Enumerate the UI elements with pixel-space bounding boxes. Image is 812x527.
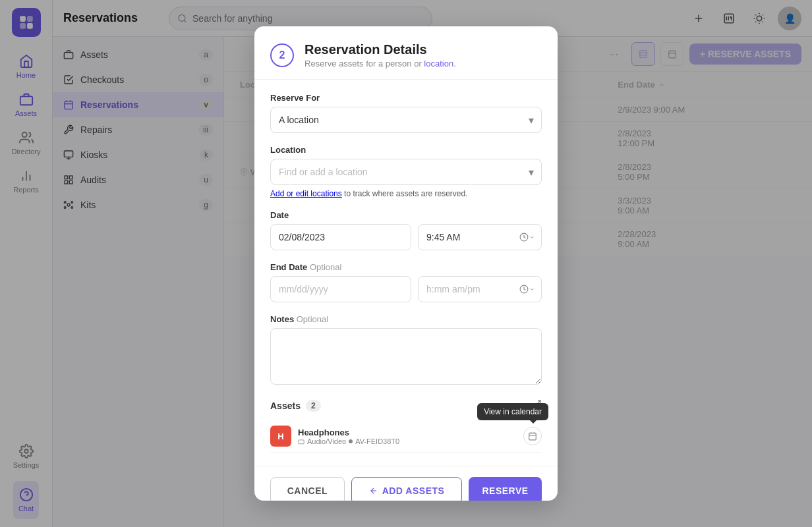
clock-icon (519, 233, 535, 242)
view-in-calendar-button[interactable] (523, 427, 542, 445)
location-group: Location ▾ Add or edit locations to trac… (270, 145, 542, 198)
svg-rect-58 (299, 439, 304, 443)
modal-header: 2 Reservation Details Reserve assets for… (254, 26, 558, 80)
location-select-wrapper: ▾ (270, 159, 542, 185)
cancel-button[interactable]: CANCEL (270, 477, 345, 501)
asset-info: Headphones Audio/Video AV-FEID38T0 (298, 428, 517, 445)
reserve-for-group: Reserve For A person A location ▾ (270, 93, 542, 133)
time-wrapper (418, 224, 542, 250)
notes-textarea[interactable] (270, 328, 542, 385)
modal-footer: CANCEL ADD ASSETS RESERVE (254, 466, 558, 501)
date-input[interactable] (270, 224, 411, 250)
step-badge: 2 (270, 43, 294, 67)
modal-subtitle-link[interactable]: location (424, 59, 453, 69)
asset-id: AV-FEID38T0 (355, 437, 399, 445)
end-date-row (270, 276, 542, 302)
view-calendar-tooltip: View in calendar (477, 403, 548, 420)
asset-category: Audio/Video (307, 437, 346, 445)
reservation-details-modal: 2 Reservation Details Reserve assets for… (254, 26, 558, 501)
modal-subtitle: Reserve assets for a person or location. (304, 59, 456, 69)
asset-item-headphones: H Headphones Audio/Video AV-FEID38T0 (270, 420, 542, 453)
dot-separator (349, 439, 353, 443)
asset-meta: Audio/Video AV-FEID38T0 (298, 437, 517, 445)
arrow-left-icon (369, 486, 378, 495)
modal-title: Reservation Details (304, 42, 456, 57)
svg-rect-59 (529, 433, 536, 440)
view-calendar-wrapper: View in calendar (523, 427, 542, 445)
end-date-label: End Date Optional (270, 262, 542, 272)
assets-count-badge: 2 (306, 400, 321, 412)
date-group: Date (270, 210, 542, 250)
end-time-wrapper (418, 276, 542, 302)
reserve-button[interactable]: RESERVE (469, 477, 542, 501)
asset-category-icon (298, 438, 304, 445)
location-label: Location (270, 145, 542, 155)
modal-body: Reserve For A person A location ▾ Locati… (254, 80, 558, 466)
add-assets-label: ADD ASSETS (382, 485, 445, 496)
asset-name: Headphones (298, 428, 517, 437)
date-row (270, 224, 542, 250)
end-clock-icon (519, 285, 535, 294)
reserve-for-select-wrapper: A person A location ▾ (270, 107, 542, 133)
add-assets-button[interactable]: ADD ASSETS (351, 477, 462, 501)
modal-header-text: Reservation Details Reserve assets for a… (304, 42, 456, 69)
end-date-input[interactable] (270, 276, 411, 302)
date-label: Date (270, 210, 542, 220)
modal-overlay: 2 Reservation Details Reserve assets for… (0, 0, 812, 527)
notes-label: Notes Optional (270, 314, 542, 324)
assets-title: Assets 2 (270, 400, 321, 412)
asset-thumbnail: H (270, 426, 291, 447)
reserve-for-label: Reserve For (270, 93, 542, 103)
location-input[interactable] (270, 159, 542, 185)
location-hint: Add or edit locations to track where ass… (270, 189, 542, 198)
modal-subtitle-text: Reserve assets for a person or (304, 59, 424, 69)
location-hint-link[interactable]: Add or edit locations (270, 189, 342, 198)
notes-group: Notes Optional (270, 314, 542, 387)
location-hint-text: to track where assets are reserved. (342, 189, 468, 198)
reserve-for-select[interactable]: A person A location (270, 107, 542, 133)
end-date-group: End Date Optional (270, 262, 542, 302)
